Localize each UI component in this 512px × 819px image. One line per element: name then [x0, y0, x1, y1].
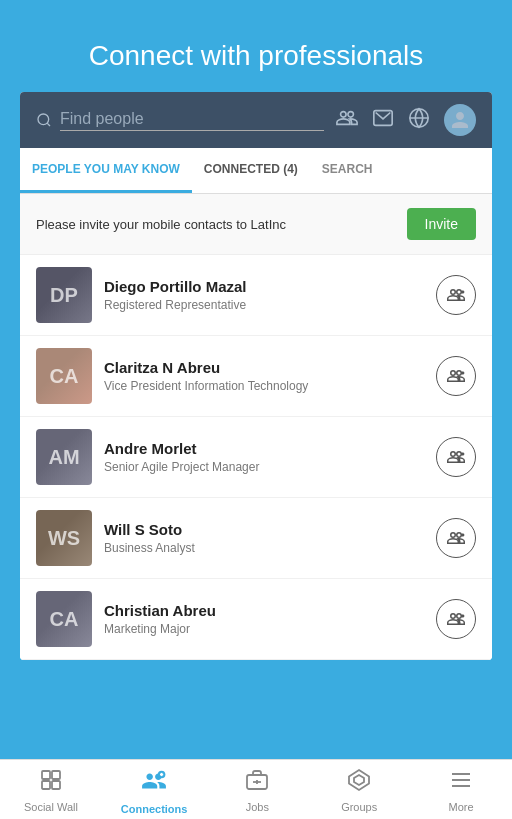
avatar: AM: [36, 429, 92, 485]
tab-search[interactable]: SEARCH: [310, 148, 385, 193]
list-item: CA Claritza N Abreu Vice President Infor…: [20, 336, 492, 417]
page-title: Connect with professionals: [20, 40, 492, 72]
app-card: PEOPLE YOU MAY KNOW CONNECTED (4) SEARCH…: [20, 92, 492, 660]
search-icon: [36, 112, 52, 128]
search-wrapper: [36, 110, 324, 131]
nav-item-jobs[interactable]: Jobs: [225, 768, 289, 815]
invite-button[interactable]: Invite: [407, 208, 476, 240]
groups-label: Groups: [341, 801, 377, 813]
person-name: Christian Abreu: [104, 602, 424, 619]
jobs-label: Jobs: [246, 801, 269, 813]
avatar: DP: [36, 267, 92, 323]
messages-icon[interactable]: [372, 107, 394, 134]
tab-people-you-may-know[interactable]: PEOPLE YOU MAY KNOW: [20, 148, 192, 193]
svg-marker-24: [349, 770, 369, 790]
connect-button[interactable]: [436, 356, 476, 396]
person-info: Christian Abreu Marketing Major: [104, 602, 424, 636]
more-icon: [449, 768, 473, 798]
person-title: Vice President Information Technology: [104, 379, 424, 393]
groups-icon: [347, 768, 371, 798]
person-title: Senior Agile Project Manager: [104, 460, 424, 474]
svg-line-1: [47, 123, 50, 126]
social-wall-icon: [39, 768, 63, 798]
invite-banner: Please invite your mobile contacts to La…: [20, 194, 492, 255]
header-section: Connect with professionals: [0, 0, 512, 92]
person-title: Registered Representative: [104, 298, 424, 312]
add-person-icon[interactable]: [336, 107, 358, 134]
list-item: CA Christian Abreu Marketing Major: [20, 579, 492, 660]
more-label: More: [449, 801, 474, 813]
svg-point-0: [38, 114, 49, 125]
list-item: DP Diego Portillo Mazal Registered Repre…: [20, 255, 492, 336]
globe-icon[interactable]: [408, 107, 430, 134]
connect-button[interactable]: [436, 599, 476, 639]
svg-marker-25: [354, 775, 364, 785]
person-info: Diego Portillo Mazal Registered Represen…: [104, 278, 424, 312]
nav-item-social-wall[interactable]: Social Wall: [19, 768, 83, 815]
person-info: Claritza N Abreu Vice President Informat…: [104, 359, 424, 393]
person-name: Claritza N Abreu: [104, 359, 424, 376]
connections-label: Connections: [121, 803, 188, 815]
avatar: WS: [36, 510, 92, 566]
user-avatar[interactable]: [444, 104, 476, 136]
avatar: CA: [36, 348, 92, 404]
search-nav-icons: [336, 104, 476, 136]
list-item: AM Andre Morlet Senior Agile Project Man…: [20, 417, 492, 498]
list-item: WS Will S Soto Business Analyst: [20, 498, 492, 579]
connect-button[interactable]: [436, 275, 476, 315]
tab-connected[interactable]: CONNECTED (4): [192, 148, 310, 193]
nav-item-connections[interactable]: Connections: [121, 768, 188, 815]
search-bar: [20, 92, 492, 148]
connect-button[interactable]: [436, 518, 476, 558]
person-title: Marketing Major: [104, 622, 424, 636]
person-name: Andre Morlet: [104, 440, 424, 457]
social-wall-label: Social Wall: [24, 801, 78, 813]
bottom-nav: Social Wall Connections Jobs: [0, 759, 512, 819]
person-info: Andre Morlet Senior Agile Project Manage…: [104, 440, 424, 474]
search-input[interactable]: [60, 110, 324, 131]
invite-text: Please invite your mobile contacts to La…: [36, 217, 286, 232]
svg-rect-14: [42, 771, 50, 779]
person-name: Diego Portillo Mazal: [104, 278, 424, 295]
svg-rect-17: [52, 781, 60, 789]
person-name: Will S Soto: [104, 521, 424, 538]
person-info: Will S Soto Business Analyst: [104, 521, 424, 555]
svg-rect-16: [42, 781, 50, 789]
people-list: DP Diego Portillo Mazal Registered Repre…: [20, 255, 492, 660]
connections-icon: [141, 768, 167, 800]
nav-item-groups[interactable]: Groups: [327, 768, 391, 815]
svg-rect-15: [52, 771, 60, 779]
person-title: Business Analyst: [104, 541, 424, 555]
tabs-bar: PEOPLE YOU MAY KNOW CONNECTED (4) SEARCH: [20, 148, 492, 194]
jobs-icon: [245, 768, 269, 798]
nav-item-more[interactable]: More: [429, 768, 493, 815]
avatar: CA: [36, 591, 92, 647]
connect-button[interactable]: [436, 437, 476, 477]
